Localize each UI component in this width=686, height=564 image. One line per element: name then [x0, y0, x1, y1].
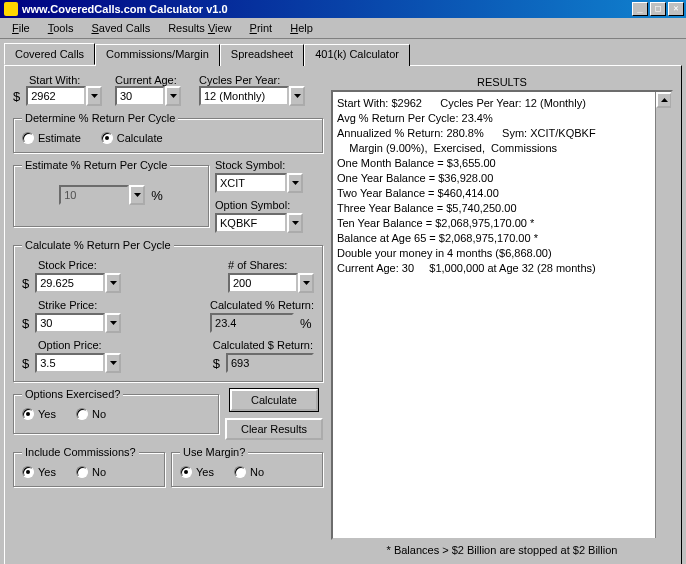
- cycles-dropdown-button[interactable]: [289, 86, 305, 106]
- option-symbol-label: Option Symbol:: [215, 199, 323, 211]
- option-price-dropdown-button[interactable]: [105, 353, 121, 373]
- calculate-radio-label: Calculate: [117, 132, 163, 144]
- results-line: Annualized % Return: 280.8% Sym: XCIT/KQ…: [337, 126, 667, 141]
- menu-print[interactable]: Print: [242, 20, 281, 36]
- results-line: Balance at Age 65 = $2,068,975,170.00 *: [337, 231, 667, 246]
- menu-help[interactable]: Help: [282, 20, 321, 36]
- calc-pct-output: [210, 313, 294, 333]
- dollar-sign: $: [22, 276, 29, 291]
- tab-commissions-margin[interactable]: Commissions/Margin: [95, 44, 220, 66]
- tab-panel: Start With: $ Current Age:: [4, 65, 682, 564]
- calc-dollar-label: Calculated $ Return:: [213, 339, 314, 351]
- calculate-group: Calculate % Return Per Cycle Stock Price…: [13, 239, 323, 382]
- determine-group: Determine % Return Per Cycle Estimate Ca…: [13, 112, 323, 153]
- results-line: Double your money in 4 months ($6,868.00…: [337, 246, 667, 261]
- titlebar: www.CoveredCalls.com Calculator v1.0 _ □…: [0, 0, 686, 18]
- pct-sign: %: [300, 316, 312, 331]
- close-button[interactable]: ✕: [668, 2, 684, 16]
- menu-file[interactable]: File: [4, 20, 38, 36]
- clear-results-button[interactable]: Clear Results: [225, 418, 323, 440]
- exercised-no-radio[interactable]: No: [76, 408, 106, 420]
- stock-price-dropdown-button[interactable]: [105, 273, 121, 293]
- strike-price-input[interactable]: [35, 313, 105, 333]
- maximize-button[interactable]: □: [650, 2, 666, 16]
- stock-price-label: Stock Price:: [38, 259, 121, 271]
- dollar-sign: $: [13, 89, 20, 104]
- results-line: Start With: $2962 Cycles Per Year: 12 (M…: [337, 96, 667, 111]
- results-line: Ten Year Balance = $2,068,975,170.00 *: [337, 216, 667, 231]
- determine-legend: Determine % Return Per Cycle: [22, 112, 178, 124]
- calc-dollar-output: [226, 353, 314, 373]
- menu-tools[interactable]: Tools: [40, 20, 82, 36]
- pct-sign: %: [151, 188, 163, 203]
- start-with-input[interactable]: [26, 86, 86, 106]
- calculate-button[interactable]: Calculate: [229, 388, 319, 412]
- calculate-radio[interactable]: Calculate: [101, 132, 163, 144]
- scrollbar[interactable]: [655, 92, 671, 538]
- results-header: RESULTS: [331, 74, 673, 90]
- no-label: No: [92, 408, 106, 420]
- estimate-pct-dropdown-button[interactable]: [129, 185, 145, 205]
- current-age-input[interactable]: [115, 86, 165, 106]
- tab-401k-calculator[interactable]: 401(k) Calculator: [304, 44, 410, 66]
- minimize-button[interactable]: _: [632, 2, 648, 16]
- num-shares-dropdown-button[interactable]: [298, 273, 314, 293]
- dollar-sign: $: [213, 356, 220, 371]
- menu-results-view[interactable]: Results View: [160, 20, 239, 36]
- strike-price-dropdown-button[interactable]: [105, 313, 121, 333]
- footnote: * Balances > $2 Billion are stopped at $…: [331, 540, 673, 556]
- radio-icon: [22, 408, 34, 420]
- include-commissions-legend: Include Commissions?: [22, 446, 139, 458]
- estimate-group: Estimate % Return Per Cycle %: [13, 159, 209, 227]
- tab-bar: Covered Calls Commissions/Margin Spreads…: [4, 44, 682, 66]
- menubar: File Tools Saved Calls Results View Prin…: [0, 18, 686, 39]
- menu-saved-calls[interactable]: Saved Calls: [83, 20, 158, 36]
- yes-label: Yes: [196, 466, 214, 478]
- calc-pct-label: Calculated % Return:: [210, 299, 314, 311]
- radio-icon: [180, 466, 192, 478]
- current-age-label: Current Age:: [115, 74, 193, 86]
- results-line: Three Year Balance = $5,740,250.00: [337, 201, 667, 216]
- commissions-yes-radio[interactable]: Yes: [22, 466, 56, 478]
- results-line: Margin (9.00%), Exercised, Commissions: [337, 141, 667, 156]
- tab-covered-calls[interactable]: Covered Calls: [4, 43, 95, 65]
- cycles-label: Cycles Per Year:: [199, 74, 323, 86]
- results-line: Avg % Return Per Cycle: 23.4%: [337, 111, 667, 126]
- no-label: No: [250, 466, 264, 478]
- use-margin-legend: Use Margin?: [180, 446, 248, 458]
- stock-price-input[interactable]: [35, 273, 105, 293]
- commissions-no-radio[interactable]: No: [76, 466, 106, 478]
- yes-label: Yes: [38, 408, 56, 420]
- exercised-yes-radio[interactable]: Yes: [22, 408, 56, 420]
- results-box: Start With: $2962 Cycles Per Year: 12 (M…: [331, 90, 673, 540]
- radio-icon: [234, 466, 246, 478]
- include-commissions-group: Include Commissions? Yes No: [13, 446, 165, 487]
- option-price-input[interactable]: [35, 353, 105, 373]
- radio-icon: [22, 132, 34, 144]
- option-symbol-input[interactable]: [215, 213, 287, 233]
- radio-icon: [22, 466, 34, 478]
- margin-no-radio[interactable]: No: [234, 466, 264, 478]
- option-symbol-dropdown-button[interactable]: [287, 213, 303, 233]
- estimate-radio-label: Estimate: [38, 132, 81, 144]
- results-line: One Year Balance = $36,928.00: [337, 171, 667, 186]
- tab-spreadsheet[interactable]: Spreadsheet: [220, 44, 304, 66]
- cycles-input[interactable]: [199, 86, 289, 106]
- use-margin-group: Use Margin? Yes No: [171, 446, 323, 487]
- estimate-pct-input: [59, 185, 129, 205]
- stock-symbol-dropdown-button[interactable]: [287, 173, 303, 193]
- app-icon: [4, 2, 18, 16]
- estimate-radio[interactable]: Estimate: [22, 132, 81, 144]
- stock-symbol-input[interactable]: [215, 173, 287, 193]
- radio-icon: [101, 132, 113, 144]
- exercised-legend: Options Exercised?: [22, 388, 123, 400]
- margin-yes-radio[interactable]: Yes: [180, 466, 214, 478]
- num-shares-input[interactable]: [228, 273, 298, 293]
- current-age-dropdown-button[interactable]: [165, 86, 181, 106]
- scroll-up-button[interactable]: [656, 92, 672, 108]
- num-shares-label: # of Shares:: [228, 259, 314, 271]
- start-with-dropdown-button[interactable]: [86, 86, 102, 106]
- start-with-label: Start With:: [29, 74, 109, 86]
- results-line: Two Year Balance = $460,414.00: [337, 186, 667, 201]
- results-line: Current Age: 30 $1,000,000 at Age 32 (28…: [337, 261, 667, 276]
